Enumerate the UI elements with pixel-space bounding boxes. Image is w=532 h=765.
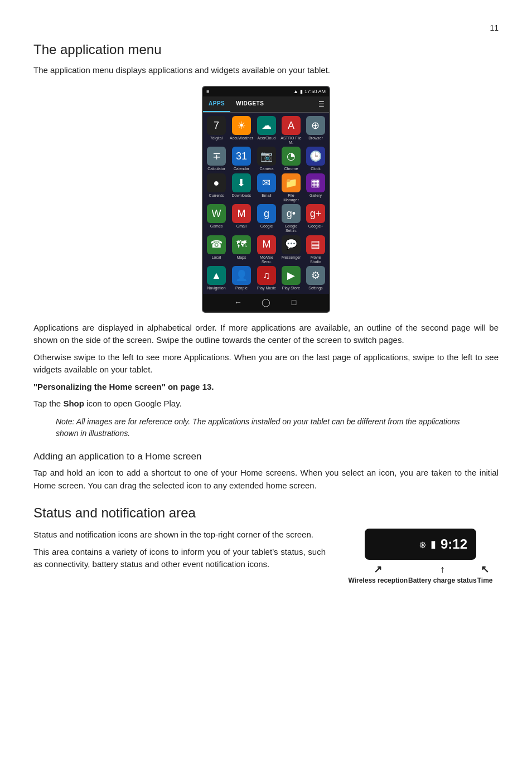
- app-item[interactable]: ∓Calculator: [205, 147, 228, 171]
- section1-body1: Applications are displayed in alphabetic…: [33, 322, 499, 347]
- status-layout: Status and notification icons are shown …: [33, 529, 499, 585]
- app-label: Google+: [308, 224, 323, 229]
- tab-action-menu[interactable]: ☰: [314, 96, 329, 112]
- app-label: Camera: [259, 167, 273, 171]
- app-item[interactable]: 📷Camera: [255, 147, 278, 171]
- app-icon: 📁: [282, 173, 301, 192]
- app-item[interactable]: 🗺Maps: [230, 235, 253, 264]
- app-icon: g•: [282, 204, 301, 223]
- note-text: Note: All images are for reference only.…: [56, 417, 460, 438]
- section1-intro: The application menu displays applicatio…: [33, 64, 499, 77]
- app-label: 7digital: [210, 136, 223, 141]
- app-item[interactable]: ▤Movie Studio: [304, 235, 327, 264]
- app-item[interactable]: ⊕Browser: [304, 116, 327, 144]
- phone-status-right: ▲ ▮ 17:50 AM: [293, 88, 326, 96]
- app-item[interactable]: 📁File Manager: [280, 173, 302, 202]
- app-item[interactable]: 🕒Clock: [304, 147, 327, 171]
- app-label: File Manager: [280, 193, 302, 202]
- status-diagram: ⎈ ▮ 9:12 ↗ Wireless reception ↑ Battery …: [342, 529, 499, 585]
- app-label: Google: [260, 224, 273, 229]
- note-block: Note: All images are for reference only.…: [56, 416, 476, 439]
- app-item[interactable]: 31Calendar: [230, 147, 253, 171]
- battery-arrow: ↑: [440, 564, 445, 574]
- app-label: Calculator: [207, 167, 225, 171]
- tab-widgets[interactable]: WIDGETS: [230, 96, 269, 112]
- app-item[interactable]: ☎Local: [205, 235, 228, 264]
- phone-mockup: ■ ▲ ▮ 17:50 AM APPS WIDGETS ☰ 77digital☀…: [33, 86, 499, 313]
- app-label: Currents: [209, 193, 224, 198]
- app-icon: ✉: [257, 173, 276, 192]
- app-icon: 👤: [232, 266, 251, 285]
- app-item[interactable]: ✉Email: [255, 173, 278, 202]
- app-item[interactable]: g+Google+: [304, 204, 327, 233]
- app-icon: ▦: [306, 173, 325, 192]
- app-icon: ◔: [282, 147, 301, 166]
- app-item[interactable]: ▦Gallery: [304, 173, 327, 202]
- app-icon: 31: [232, 147, 251, 166]
- app-item[interactable]: 77digital: [205, 116, 228, 144]
- battery-label-text: Battery charge status: [408, 575, 477, 585]
- app-label: Play Music: [257, 286, 276, 290]
- tab-apps[interactable]: APPS: [203, 96, 230, 112]
- app-item[interactable]: MMcAfee Secu.: [255, 235, 278, 264]
- wireless-arrow: ↗: [374, 564, 382, 574]
- app-item[interactable]: ▶Play Store: [280, 266, 302, 290]
- status-text-col: Status and notification icons are shown …: [33, 529, 326, 575]
- battery-icon: ▮: [300, 88, 303, 96]
- app-item[interactable]: g•Google Settin.: [280, 204, 302, 233]
- section3-body1: Status and notification icons are shown …: [33, 529, 326, 541]
- app-item[interactable]: WGames: [205, 204, 228, 233]
- app-label: Downloads: [232, 193, 252, 198]
- app-label: AccuWeather: [230, 136, 253, 141]
- app-item[interactable]: 💬Messenger: [280, 235, 302, 264]
- app-icon: ●: [207, 173, 226, 192]
- app-item[interactable]: ⚙Settings: [304, 266, 327, 290]
- section2-title: Adding an application to a Home screen: [33, 449, 499, 464]
- page-number: 11: [33, 22, 499, 34]
- section1-title: The application menu: [33, 40, 499, 60]
- app-item[interactable]: ⬇Downloads: [230, 173, 253, 202]
- section1-body2: Otherwise swipe to the left to see more …: [33, 351, 499, 376]
- wireless-label: ↗ Wireless reception: [348, 564, 408, 585]
- app-item[interactable]: AASTRO File M.: [280, 116, 302, 144]
- signal-icon: ▲: [293, 88, 298, 96]
- nav-recent[interactable]: □: [288, 297, 299, 308]
- nav-back[interactable]: ←: [233, 297, 244, 308]
- shop-label: Shop: [63, 399, 84, 408]
- app-label: Messenger: [282, 255, 301, 260]
- app-icon: 💬: [282, 235, 301, 254]
- app-item[interactable]: ☁AcerCloud: [255, 116, 278, 144]
- app-item[interactable]: gGoogle: [255, 204, 278, 233]
- app-label: Games: [210, 224, 223, 229]
- app-item[interactable]: ☀AccuWeather: [230, 116, 253, 144]
- app-icon: A: [282, 116, 301, 135]
- app-item[interactable]: ●Currents: [205, 173, 228, 202]
- app-label: Email: [262, 193, 272, 198]
- status-section: Status and notification area Status and …: [33, 503, 499, 585]
- nav-home[interactable]: ◯: [260, 297, 272, 308]
- app-item[interactable]: ◔Chrome: [280, 147, 302, 171]
- phone-tab-bar: APPS WIDGETS ☰: [203, 96, 329, 113]
- app-icon: 7: [207, 116, 226, 135]
- time-icon-display: 9:12: [441, 534, 467, 554]
- phone-nav-bar: ← ◯ □: [203, 294, 329, 312]
- app-label: People: [235, 286, 248, 290]
- app-item[interactable]: ♫Play Music: [255, 266, 278, 290]
- app-item[interactable]: ▲Navigation: [205, 266, 228, 290]
- app-label: Calendar: [234, 167, 249, 171]
- app-label: McAfee Secu.: [255, 255, 278, 264]
- battery-icon-display: ▮: [431, 537, 436, 552]
- app-icon: W: [207, 204, 226, 223]
- app-label: Navigation: [207, 286, 225, 290]
- body3-prefix: Tap the: [33, 399, 63, 408]
- app-icon: ⚙: [306, 266, 325, 285]
- app-icon: ▤: [306, 235, 325, 254]
- time-arrow: ↖: [481, 564, 489, 574]
- section1-bold-link: "Personalizing the Home screen" on page …: [33, 381, 499, 394]
- app-item[interactable]: 👤People: [230, 266, 253, 290]
- app-icon: ⬇: [232, 173, 251, 192]
- phone-status-left: ■: [206, 88, 209, 96]
- time-label-text: Time: [477, 575, 493, 585]
- app-icon: g+: [306, 204, 325, 223]
- app-item[interactable]: MGmail: [230, 204, 253, 233]
